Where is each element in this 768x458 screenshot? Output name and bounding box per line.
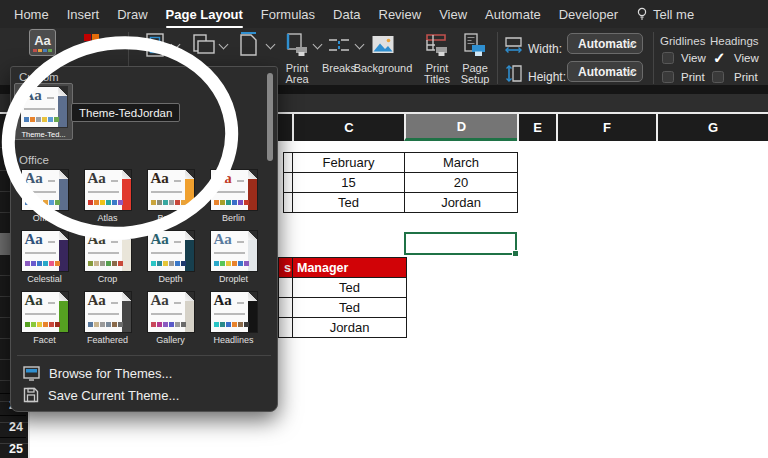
orientation-button[interactable] — [190, 32, 216, 58]
tab-review[interactable]: Review — [379, 7, 422, 22]
cell-b-sliver[interactable] — [284, 173, 293, 193]
theme-item-crop[interactable]: AaCrop — [85, 229, 131, 290]
theme-thumbnail: Aa — [22, 170, 68, 210]
headings-print-checkbox[interactable] — [712, 71, 724, 83]
tab-developer[interactable]: Developer — [559, 7, 618, 22]
gridlines-print-label: Print — [681, 71, 705, 83]
theme-item-headlines[interactable]: AaHeadlines — [211, 290, 257, 351]
save-current-theme-item[interactable]: Save Current Theme... — [23, 385, 179, 405]
colors-icon[interactable] — [84, 34, 100, 50]
size-button[interactable] — [237, 32, 263, 58]
tab-tell-me[interactable]: Tell me — [636, 7, 694, 22]
theme-thumbnail: Aa — [85, 231, 131, 271]
cell-b-sliver[interactable] — [284, 153, 293, 173]
print-area-chevron-icon[interactable] — [313, 40, 323, 50]
print-titles-button[interactable] — [424, 32, 450, 58]
column-header-d-selected[interactable]: D — [404, 114, 517, 141]
gridlines-print-checkbox[interactable] — [662, 71, 674, 83]
row-header-24[interactable]: 24 — [0, 415, 26, 437]
column-header-e[interactable]: E — [517, 114, 556, 141]
theme-item-office[interactable]: AaOffice — [22, 168, 68, 229]
headings-view-checkbox[interactable]: ✓ — [712, 51, 724, 63]
print-area-button[interactable] — [284, 32, 310, 58]
row-header-25[interactable]: 25 — [0, 437, 26, 458]
theme-item-feathered[interactable]: AaFeathered — [85, 290, 131, 351]
cell-20[interactable]: 20 — [405, 173, 518, 193]
tab-formulas[interactable]: Formulas — [261, 7, 315, 22]
panel-scrollbar[interactable] — [267, 73, 273, 161]
height-dropdown[interactable]: Automatic — [567, 61, 643, 82]
column-header-g[interactable]: G — [656, 114, 768, 141]
cell-manager-ted-2[interactable]: Ted — [293, 298, 407, 318]
breaks-button[interactable] — [326, 32, 352, 58]
tab-page-layout[interactable]: Page Layout — [166, 7, 243, 22]
background-label: Background — [352, 63, 414, 74]
theme-item-celestial[interactable]: AaCelestial — [22, 229, 68, 290]
theme-thumbnail: Aa — [148, 292, 194, 332]
browse-for-themes-item[interactable]: Browse for Themes... — [23, 363, 172, 383]
cell-header-partial[interactable]: s — [279, 258, 293, 278]
fill-handle[interactable] — [512, 250, 519, 257]
selected-cell[interactable] — [404, 232, 517, 255]
save-disk-icon — [23, 387, 39, 403]
cell-15[interactable]: 15 — [293, 173, 405, 193]
cell-jordan[interactable]: Jordan — [405, 193, 518, 213]
page-setup-button[interactable] — [462, 32, 488, 58]
cell-b-sliver[interactable] — [279, 298, 293, 318]
gridlines-view-checkbox[interactable] — [662, 52, 674, 64]
theme-name: Facet — [33, 335, 56, 345]
theme-item-droplet[interactable]: AaDroplet — [211, 229, 257, 290]
column-header-c[interactable]: C — [292, 114, 404, 141]
breaks-chevron-icon[interactable] — [355, 40, 365, 50]
theme-item-custom-selected[interactable]: Aa Theme-Ted... — [14, 83, 73, 140]
theme-thumbnail: Aa — [211, 292, 257, 332]
theme-name: Atlas — [97, 213, 117, 223]
cell-b-sliver[interactable] — [279, 278, 293, 298]
theme-tooltip: Theme-TedJordan — [71, 103, 180, 122]
orientation-chevron-icon[interactable] — [219, 40, 229, 50]
office-section-label: Office — [19, 154, 49, 166]
cell-march[interactable]: March — [405, 153, 518, 173]
headings-group-label: Headings — [710, 35, 759, 47]
background-button[interactable] — [370, 32, 396, 58]
tab-data[interactable]: Data — [333, 7, 360, 22]
tab-home[interactable]: Home — [14, 7, 49, 22]
size-chevron-icon[interactable] — [266, 40, 276, 50]
excel-window: Home Insert Draw Page Layout Formulas Da… — [0, 0, 768, 458]
scale-height-icon — [506, 64, 522, 83]
headings-view-label: View — [734, 52, 759, 64]
cell-manager-ted-1[interactable]: Ted — [293, 278, 407, 298]
theme-name: Office — [33, 213, 56, 223]
cell-b-sliver[interactable] — [279, 318, 293, 338]
cell-ted[interactable]: Ted — [293, 193, 405, 213]
theme-item-depth[interactable]: AaDepth — [148, 229, 194, 290]
theme-name: Headlines — [213, 335, 253, 345]
theme-thumbnail: Aa — [85, 292, 131, 332]
theme-item-gallery[interactable]: AaGallery — [148, 290, 194, 351]
cell-manager-header[interactable]: Manager — [293, 258, 407, 278]
theme-item-badge[interactable]: AaBadge — [148, 168, 194, 229]
theme-name: Berlin — [222, 213, 245, 223]
themes-button[interactable]: Aa — [29, 29, 56, 56]
tab-view[interactable]: View — [439, 7, 467, 22]
margins-button[interactable] — [142, 32, 168, 58]
theme-thumbnail: Aa — [22, 231, 68, 271]
tab-automate[interactable]: Automate — [485, 7, 541, 22]
width-dropdown[interactable]: Automatic — [567, 33, 643, 54]
theme-thumbnail: Aa — [21, 87, 67, 127]
cell-b-sliver[interactable] — [284, 193, 293, 213]
theme-thumbnail: Aa — [211, 231, 257, 271]
cell-manager-jordan[interactable]: Jordan — [293, 318, 407, 338]
cell-february[interactable]: February — [293, 153, 405, 173]
manager-table: s Manager Ted Ted Jordan — [278, 257, 407, 338]
theme-item-atlas[interactable]: AaAtlas — [85, 168, 131, 229]
tab-draw[interactable]: Draw — [117, 7, 147, 22]
theme-name: Depth — [158, 274, 182, 284]
tab-insert[interactable]: Insert — [67, 7, 100, 22]
theme-item-berlin[interactable]: AaBerlin — [211, 168, 257, 229]
column-header-f[interactable]: F — [556, 114, 656, 141]
theme-thumbnail: Aa — [22, 292, 68, 332]
margins-chevron-icon[interactable] — [171, 40, 181, 50]
panel-divider — [17, 355, 271, 356]
theme-item-facet[interactable]: AaFacet — [22, 290, 68, 351]
